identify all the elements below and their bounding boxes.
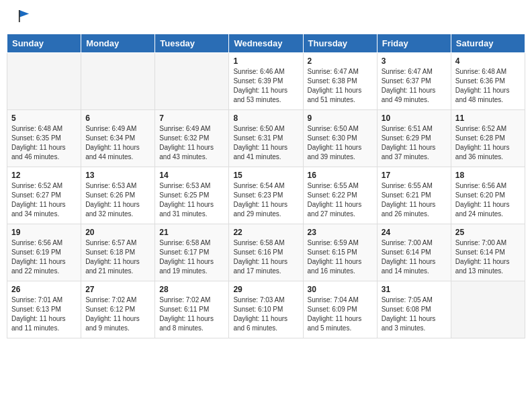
weekday-header-thursday: Thursday xyxy=(303,34,377,52)
calendar-cell: 29Sunrise: 7:03 AMSunset: 6:10 PMDayligh… xyxy=(229,281,303,338)
day-info: Sunrise: 7:04 AMSunset: 6:09 PMDaylight:… xyxy=(308,295,373,333)
calendar-week-5: 26Sunrise: 7:01 AMSunset: 6:13 PMDayligh… xyxy=(7,281,525,338)
day-info: Sunrise: 6:47 AMSunset: 6:37 PMDaylight:… xyxy=(382,67,447,105)
day-number: 2 xyxy=(308,56,373,66)
day-number: 8 xyxy=(233,113,298,123)
calendar-cell: 5Sunrise: 6:48 AMSunset: 6:35 PMDaylight… xyxy=(7,109,81,167)
calendar-cell: 13Sunrise: 6:53 AMSunset: 6:26 PMDayligh… xyxy=(81,167,155,224)
calendar-cell: 24Sunrise: 7:00 AMSunset: 6:14 PMDayligh… xyxy=(377,224,451,281)
weekday-header-row: SundayMondayTuesdayWednesdayThursdayFrid… xyxy=(7,34,525,52)
calendar-cell: 11Sunrise: 6:52 AMSunset: 6:28 PMDayligh… xyxy=(451,109,525,167)
day-info: Sunrise: 7:05 AMSunset: 6:08 PMDaylight:… xyxy=(382,295,447,333)
calendar-cell: 22Sunrise: 6:58 AMSunset: 6:16 PMDayligh… xyxy=(229,224,303,281)
logo-flag-icon xyxy=(18,9,30,24)
day-number: 27 xyxy=(85,285,150,294)
day-info: Sunrise: 6:50 AMSunset: 6:31 PMDaylight:… xyxy=(233,124,298,162)
calendar-cell: 16Sunrise: 6:55 AMSunset: 6:22 PMDayligh… xyxy=(303,167,377,224)
day-number: 22 xyxy=(233,228,298,237)
day-info: Sunrise: 7:01 AMSunset: 6:13 PMDaylight:… xyxy=(11,295,77,333)
calendar-cell: 25Sunrise: 7:00 AMSunset: 6:14 PMDayligh… xyxy=(451,224,525,281)
calendar-week-1: 1Sunrise: 6:46 AMSunset: 6:39 PMDaylight… xyxy=(7,52,525,109)
weekday-header-saturday: Saturday xyxy=(451,34,525,52)
day-info: Sunrise: 6:55 AMSunset: 6:21 PMDaylight:… xyxy=(382,181,447,219)
day-info: Sunrise: 6:59 AMSunset: 6:15 PMDaylight:… xyxy=(308,238,373,276)
calendar-cell: 26Sunrise: 7:01 AMSunset: 6:13 PMDayligh… xyxy=(7,281,81,338)
day-number: 12 xyxy=(11,171,77,180)
calendar-cell: 21Sunrise: 6:58 AMSunset: 6:17 PMDayligh… xyxy=(155,224,229,281)
calendar-cell: 28Sunrise: 7:02 AMSunset: 6:11 PMDayligh… xyxy=(155,281,229,338)
day-number: 23 xyxy=(308,228,373,237)
day-info: Sunrise: 7:02 AMSunset: 6:12 PMDaylight:… xyxy=(85,295,150,333)
calendar-cell: 17Sunrise: 6:55 AMSunset: 6:21 PMDayligh… xyxy=(377,167,451,224)
day-number: 19 xyxy=(11,228,77,237)
calendar-cell: 7Sunrise: 6:49 AMSunset: 6:32 PMDaylight… xyxy=(155,109,229,167)
day-number: 1 xyxy=(233,56,298,66)
day-number: 15 xyxy=(233,171,298,180)
calendar-cell: 30Sunrise: 7:04 AMSunset: 6:09 PMDayligh… xyxy=(303,281,377,338)
calendar-cell: 15Sunrise: 6:54 AMSunset: 6:23 PMDayligh… xyxy=(229,167,303,224)
day-number: 4 xyxy=(455,56,521,66)
day-info: Sunrise: 6:48 AMSunset: 6:36 PMDaylight:… xyxy=(455,67,521,105)
day-number: 18 xyxy=(455,171,521,180)
day-number: 20 xyxy=(85,228,150,237)
day-number: 14 xyxy=(159,171,224,180)
calendar-cell: 27Sunrise: 7:02 AMSunset: 6:12 PMDayligh… xyxy=(81,281,155,338)
calendar-cell: 14Sunrise: 6:53 AMSunset: 6:25 PMDayligh… xyxy=(155,167,229,224)
calendar-cell: 20Sunrise: 6:57 AMSunset: 6:18 PMDayligh… xyxy=(81,224,155,281)
day-number: 17 xyxy=(382,171,447,180)
calendar-cell: 6Sunrise: 6:49 AMSunset: 6:34 PMDaylight… xyxy=(81,109,155,167)
calendar-week-2: 5Sunrise: 6:48 AMSunset: 6:35 PMDaylight… xyxy=(7,109,525,167)
day-info: Sunrise: 6:52 AMSunset: 6:27 PMDaylight:… xyxy=(11,181,77,219)
day-number: 21 xyxy=(159,228,224,237)
day-number: 30 xyxy=(308,285,373,294)
day-info: Sunrise: 6:49 AMSunset: 6:34 PMDaylight:… xyxy=(85,124,150,162)
calendar-cell xyxy=(81,52,155,109)
calendar-cell xyxy=(155,52,229,109)
day-info: Sunrise: 7:00 AMSunset: 6:14 PMDaylight:… xyxy=(382,238,447,276)
day-number: 11 xyxy=(455,113,521,123)
calendar-cell xyxy=(451,281,525,338)
day-number: 28 xyxy=(159,285,224,294)
calendar-cell: 10Sunrise: 6:51 AMSunset: 6:29 PMDayligh… xyxy=(377,109,451,167)
day-number: 10 xyxy=(382,113,447,123)
day-number: 9 xyxy=(308,113,373,123)
calendar-cell: 2Sunrise: 6:47 AMSunset: 6:38 PMDaylight… xyxy=(303,52,377,109)
weekday-header-friday: Friday xyxy=(377,34,451,52)
calendar-cell: 3Sunrise: 6:47 AMSunset: 6:37 PMDaylight… xyxy=(377,52,451,109)
day-number: 24 xyxy=(382,228,447,237)
calendar-cell: 18Sunrise: 6:56 AMSunset: 6:20 PMDayligh… xyxy=(451,167,525,224)
day-number: 5 xyxy=(11,113,77,123)
day-number: 31 xyxy=(382,285,447,294)
weekday-header-wednesday: Wednesday xyxy=(229,34,303,52)
day-number: 6 xyxy=(85,113,150,123)
page-header xyxy=(7,7,525,30)
day-info: Sunrise: 6:54 AMSunset: 6:23 PMDaylight:… xyxy=(233,181,298,219)
day-info: Sunrise: 6:50 AMSunset: 6:30 PMDaylight:… xyxy=(308,124,373,162)
calendar-cell: 4Sunrise: 6:48 AMSunset: 6:36 PMDaylight… xyxy=(451,52,525,109)
day-info: Sunrise: 6:57 AMSunset: 6:18 PMDaylight:… xyxy=(85,238,150,276)
day-number: 29 xyxy=(233,285,298,294)
day-info: Sunrise: 6:51 AMSunset: 6:29 PMDaylight:… xyxy=(382,124,447,162)
calendar-week-3: 12Sunrise: 6:52 AMSunset: 6:27 PMDayligh… xyxy=(7,167,525,224)
day-number: 13 xyxy=(85,171,150,180)
day-info: Sunrise: 6:55 AMSunset: 6:22 PMDaylight:… xyxy=(308,181,373,219)
day-info: Sunrise: 6:49 AMSunset: 6:32 PMDaylight:… xyxy=(159,124,224,162)
weekday-header-monday: Monday xyxy=(81,34,155,52)
calendar-cell: 8Sunrise: 6:50 AMSunset: 6:31 PMDaylight… xyxy=(229,109,303,167)
day-number: 3 xyxy=(382,56,447,66)
calendar-week-4: 19Sunrise: 6:56 AMSunset: 6:19 PMDayligh… xyxy=(7,224,525,281)
day-info: Sunrise: 7:02 AMSunset: 6:11 PMDaylight:… xyxy=(159,295,224,333)
day-number: 26 xyxy=(11,285,77,294)
calendar-cell: 1Sunrise: 6:46 AMSunset: 6:39 PMDaylight… xyxy=(229,52,303,109)
day-info: Sunrise: 6:46 AMSunset: 6:39 PMDaylight:… xyxy=(233,67,298,105)
day-info: Sunrise: 6:53 AMSunset: 6:26 PMDaylight:… xyxy=(85,181,150,219)
day-info: Sunrise: 6:47 AMSunset: 6:38 PMDaylight:… xyxy=(308,67,373,105)
day-info: Sunrise: 6:53 AMSunset: 6:25 PMDaylight:… xyxy=(159,181,224,219)
day-info: Sunrise: 6:58 AMSunset: 6:16 PMDaylight:… xyxy=(233,238,298,276)
day-info: Sunrise: 6:56 AMSunset: 6:19 PMDaylight:… xyxy=(11,238,77,276)
calendar-table: SundayMondayTuesdayWednesdayThursdayFrid… xyxy=(7,34,525,338)
svg-marker-0 xyxy=(19,10,29,17)
calendar-cell: 23Sunrise: 6:59 AMSunset: 6:15 PMDayligh… xyxy=(303,224,377,281)
day-info: Sunrise: 7:00 AMSunset: 6:14 PMDaylight:… xyxy=(455,238,521,276)
day-number: 25 xyxy=(455,228,521,237)
